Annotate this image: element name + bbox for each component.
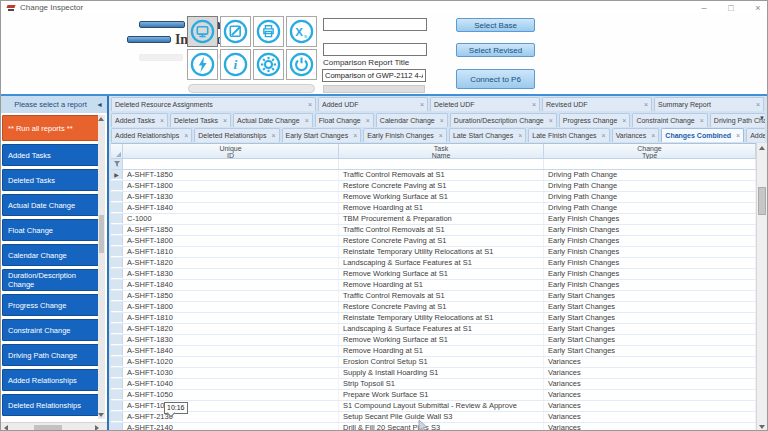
- tab-changes-combined[interactable]: Changes Combined×: [661, 128, 744, 142]
- tab-close-icon[interactable]: ×: [700, 117, 704, 124]
- tab-deleted-relationships[interactable]: Deleted Relationships×: [194, 128, 279, 142]
- tab-early-finish-changes[interactable]: Early Finish Changes×: [363, 128, 447, 142]
- settings-gear-icon[interactable]: [253, 49, 284, 80]
- sidebar-item[interactable]: Deleted Relationships: [2, 394, 100, 416]
- tab-variances[interactable]: Variances×: [612, 128, 660, 142]
- table-row[interactable]: A-SHFT-1800Restore Concrete Paving at S1…: [111, 236, 767, 247]
- tab-close-icon[interactable]: ×: [518, 132, 522, 139]
- tab-deleted-tasks[interactable]: Deleted Tasks×: [170, 113, 231, 127]
- maximize-icon[interactable]: □: [726, 3, 736, 13]
- scroll-up-icon[interactable]: [98, 117, 104, 121]
- column-header-change-type[interactable]: ChangeType: [544, 144, 756, 158]
- sidebar-vertical-scrollbar[interactable]: [98, 115, 105, 419]
- tab-constraint-change[interactable]: Constraint Change×: [632, 113, 707, 127]
- tab-float-change[interactable]: Float Change×: [315, 113, 374, 127]
- table-row[interactable]: A-SHFT-1820Landscaping & Surface Feature…: [111, 324, 767, 335]
- tab-late-finish-changes[interactable]: Late Finish Changes×: [528, 128, 609, 142]
- scrollbar-thumb[interactable]: [758, 187, 766, 215]
- sidebar-horizontal-scrollbar[interactable]: [1, 422, 107, 431]
- close-icon[interactable]: ×: [753, 3, 763, 13]
- tab-actual-date-change[interactable]: Actual Date Change×: [233, 113, 313, 127]
- tab-close-icon[interactable]: ×: [439, 132, 443, 139]
- tab-deleted-udf[interactable]: Deleted UDF×: [430, 97, 540, 111]
- sidebar-item[interactable]: Added Tasks: [2, 144, 100, 166]
- tab-calendar-change[interactable]: Calendar Change×: [376, 113, 448, 127]
- sidebar-item[interactable]: Duration/Description Change: [2, 269, 100, 291]
- select-base-button[interactable]: Select Base: [456, 18, 535, 32]
- grid-vertical-scrollbar[interactable]: [756, 143, 767, 431]
- filter-cell[interactable]: [123, 159, 339, 169]
- tab-deleted-resource-assignments[interactable]: Deleted Resource Assignments×: [111, 97, 316, 111]
- sidebar-item[interactable]: Deleted Tasks: [2, 169, 100, 191]
- tab-close-icon[interactable]: ×: [420, 101, 424, 108]
- run-lightning-icon[interactable]: [187, 49, 218, 80]
- sidebar-item[interactable]: Progress Change: [2, 294, 100, 316]
- table-row[interactable]: A-SHFT-1020Erosion Control Setup S1Varia…: [111, 357, 767, 368]
- tab-added-resource-assignments[interactable]: Added Resource Assignments×: [746, 128, 765, 142]
- select-revised-button[interactable]: Select Revised: [456, 43, 535, 57]
- table-row[interactable]: A-SHFT-1810Reinstate Temporary Utility R…: [111, 313, 767, 324]
- table-row[interactable]: A-SHFT-1850Traffic Control Removals at S…: [111, 225, 767, 236]
- edit-report-icon[interactable]: [220, 16, 251, 47]
- compare-monitor-icon[interactable]: [187, 16, 218, 47]
- grid-corner-cell[interactable]: [111, 144, 123, 158]
- tab-close-icon[interactable]: ×: [223, 117, 227, 124]
- table-row[interactable]: C-1000TBM Procurement & PreparationEarly…: [111, 214, 767, 225]
- scroll-down-icon[interactable]: [98, 413, 104, 417]
- tab-driving-path-change[interactable]: Driving Path Change×: [710, 113, 765, 127]
- table-row[interactable]: A-SHFT-1840Remove Hoarding at S1Driving …: [111, 203, 767, 214]
- tab-close-icon[interactable]: ×: [644, 101, 648, 108]
- tab-added-tasks[interactable]: Added Tasks×: [111, 113, 168, 127]
- table-row[interactable]: ▶A-SHFT-1850Traffic Control Removals at …: [111, 170, 767, 181]
- tab-close-icon[interactable]: ×: [305, 117, 309, 124]
- tab-close-icon[interactable]: ×: [353, 132, 357, 139]
- tab-late-start-changes[interactable]: Late Start Changes×: [449, 128, 526, 142]
- table-row[interactable]: A-SHFT-2140Drill & Fill 20 Secant Piles …: [111, 423, 767, 431]
- power-icon[interactable]: [286, 49, 317, 80]
- table-row[interactable]: A-SHFT-1040Strip Topsoil S1Variances: [111, 379, 767, 390]
- table-row[interactable]: A-SHFT-1800Restore Concrete Paving at S1…: [111, 181, 767, 192]
- column-header-task-name[interactable]: TaskName: [339, 144, 544, 158]
- table-row[interactable]: A-SHFT-1810Reinstate Temporary Utility R…: [111, 247, 767, 258]
- tab-close-icon[interactable]: ×: [271, 132, 275, 139]
- sidebar-item[interactable]: Calendar Change: [2, 244, 100, 266]
- filter-cell[interactable]: [339, 159, 544, 169]
- tab-close-icon[interactable]: ×: [756, 101, 760, 108]
- sidebar-header[interactable]: Please select a report ◄: [1, 96, 107, 113]
- tab-close-icon[interactable]: ×: [651, 132, 655, 139]
- tab-revised-udf[interactable]: Revised UDF×: [542, 97, 652, 111]
- tab-added-udf[interactable]: Added UDF×: [318, 97, 428, 111]
- sidebar-item[interactable]: Driving Path Change: [2, 344, 100, 366]
- revised-schedule-input[interactable]: [323, 43, 427, 56]
- tab-close-icon[interactable]: ×: [308, 101, 312, 108]
- scrollbar-thumb[interactable]: [99, 215, 104, 253]
- minimize-icon[interactable]: –: [699, 3, 709, 13]
- tab-close-icon[interactable]: ×: [622, 117, 626, 124]
- tab-early-start-changes[interactable]: Early Start Changes×: [282, 128, 362, 142]
- report-title-input[interactable]: [322, 69, 426, 82]
- tab-close-icon[interactable]: ×: [736, 132, 740, 139]
- sidebar-item[interactable]: Float Change: [2, 219, 100, 241]
- export-excel-icon[interactable]: Xs: [286, 16, 317, 47]
- pin-icon[interactable]: ◄: [96, 101, 103, 108]
- table-row[interactable]: A-SHFT-2130Setup Secant Pile Guide Wall …: [111, 412, 767, 423]
- tab-close-icon[interactable]: ×: [549, 117, 553, 124]
- tab-close-icon[interactable]: ×: [184, 132, 188, 139]
- tab-close-icon[interactable]: ×: [602, 132, 606, 139]
- tab-summary-report[interactable]: Summary Report×: [654, 97, 764, 111]
- sidebar-item[interactable]: Constraint Change: [2, 319, 100, 341]
- print-icon[interactable]: [253, 16, 284, 47]
- filter-funnel-icon[interactable]: [111, 159, 123, 169]
- tab-close-icon[interactable]: ×: [532, 101, 536, 108]
- sidebar-item[interactable]: Added Relationships: [2, 369, 100, 391]
- tab-close-icon[interactable]: ×: [440, 117, 444, 124]
- table-row[interactable]: A-SHFT-1820Landscaping & Surface Feature…: [111, 258, 767, 269]
- table-row[interactable]: A-SHFT-1830Remove Working Surface at S1D…: [111, 192, 767, 203]
- scroll-right-icon[interactable]: [95, 425, 99, 431]
- info-icon[interactable]: i: [220, 49, 251, 80]
- table-row[interactable]: A-SHFT-1850Traffic Control Removals at S…: [111, 291, 767, 302]
- tab-close-icon[interactable]: ×: [160, 117, 164, 124]
- sidebar-item[interactable]: Actual Date Change: [2, 194, 100, 216]
- tab-added-relationships[interactable]: Added Relationships×: [111, 128, 192, 142]
- scroll-left-icon[interactable]: [4, 425, 8, 431]
